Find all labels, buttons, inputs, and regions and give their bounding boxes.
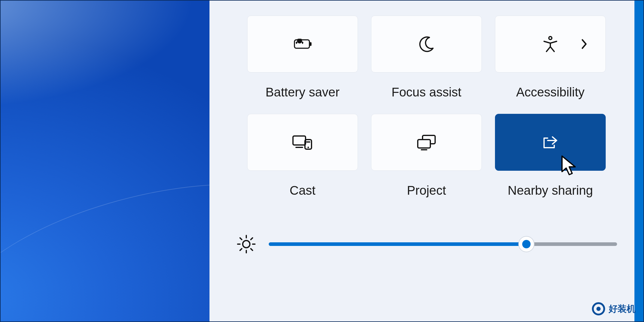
cast-icon bbox=[292, 134, 313, 150]
svg-rect-4 bbox=[293, 136, 306, 145]
accent-strip bbox=[634, 1, 643, 321]
tile-group-focus-assist: Focus assist bbox=[371, 16, 482, 99]
tile-group-nearby-sharing: Nearby sharing bbox=[495, 114, 606, 198]
tile-group-project: Project bbox=[371, 114, 482, 198]
tile-nearby-sharing[interactable] bbox=[495, 114, 606, 171]
tile-battery-saver[interactable] bbox=[247, 16, 358, 72]
slider-thumb[interactable] bbox=[518, 236, 534, 252]
svg-point-3 bbox=[549, 37, 552, 40]
battery-saver-icon bbox=[291, 37, 314, 51]
brightness-slider[interactable] bbox=[269, 242, 617, 246]
screenshot-root: Battery saver Focus assist bbox=[0, 0, 644, 322]
quick-settings-grid: Battery saver Focus assist bbox=[233, 16, 619, 198]
accessibility-icon bbox=[542, 35, 559, 53]
watermark: 好装机 bbox=[592, 302, 636, 315]
svg-point-12 bbox=[243, 241, 250, 248]
tile-group-battery-saver: Battery saver bbox=[247, 16, 358, 99]
share-icon bbox=[542, 134, 559, 150]
tile-accessibility[interactable] bbox=[495, 16, 606, 72]
tile-label-nearby-sharing: Nearby sharing bbox=[508, 183, 593, 198]
tile-group-accessibility: Accessibility bbox=[495, 16, 606, 99]
tile-project[interactable] bbox=[371, 114, 482, 171]
tile-label-accessibility: Accessibility bbox=[516, 85, 585, 99]
svg-rect-1 bbox=[309, 42, 312, 46]
svg-rect-10 bbox=[418, 140, 430, 148]
chevron-right-icon[interactable] bbox=[580, 38, 588, 50]
moon-icon bbox=[417, 35, 435, 53]
brightness-icon bbox=[236, 234, 257, 255]
svg-line-19 bbox=[251, 238, 253, 240]
project-icon bbox=[416, 134, 437, 150]
tile-label-project: Project bbox=[407, 183, 446, 198]
quick-settings-panel: Battery saver Focus assist bbox=[209, 1, 643, 321]
tile-group-cast: Cast bbox=[247, 114, 358, 198]
svg-point-2 bbox=[297, 39, 302, 43]
svg-line-17 bbox=[240, 238, 242, 240]
tile-label-battery-saver: Battery saver bbox=[265, 85, 339, 99]
tile-focus-assist[interactable] bbox=[371, 16, 482, 72]
svg-line-18 bbox=[251, 249, 253, 250]
tile-label-cast: Cast bbox=[290, 183, 315, 198]
svg-rect-0 bbox=[294, 40, 309, 48]
tile-label-focus-assist: Focus assist bbox=[391, 85, 461, 99]
tile-cast[interactable] bbox=[247, 114, 358, 171]
brightness-row bbox=[233, 234, 619, 255]
svg-point-7 bbox=[308, 147, 309, 148]
watermark-logo-icon bbox=[592, 302, 605, 315]
svg-line-20 bbox=[240, 249, 242, 250]
slider-track-fill bbox=[269, 242, 526, 246]
desktop-background bbox=[1, 1, 209, 321]
watermark-text: 好装机 bbox=[609, 303, 636, 315]
